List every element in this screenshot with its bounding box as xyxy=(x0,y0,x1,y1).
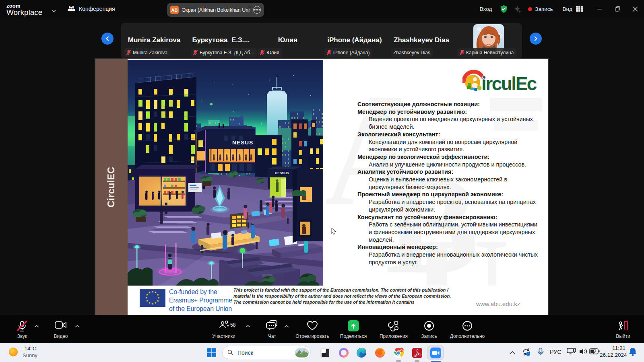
svg-text:irculEc: irculEc xyxy=(481,73,537,91)
svg-text:DESSUS: DESSUS xyxy=(275,171,289,175)
svg-text:A: A xyxy=(400,348,402,352)
